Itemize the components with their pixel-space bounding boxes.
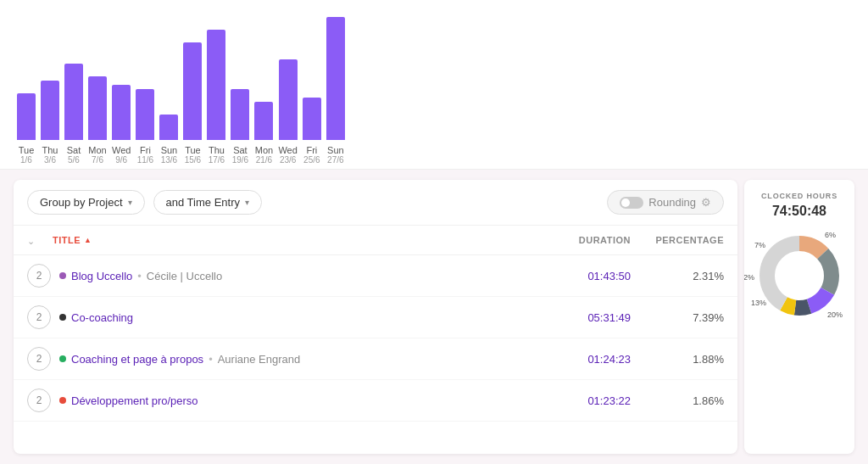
bar-group: Thu3/6 — [41, 81, 59, 165]
bar-group: Sat19/6 — [231, 89, 249, 165]
clocked-hours-label: CLOCKED HOURS — [761, 192, 837, 200]
bar-day: Sat — [67, 145, 81, 155]
bar-day: Wed — [112, 145, 131, 155]
donut-label-20: 20% — [827, 310, 843, 319]
row-duration: 01:24:23 — [529, 353, 631, 366]
separator: • — [137, 270, 142, 282]
sort-icon: ▲ — [84, 236, 92, 244]
time-entry-label: and Time Entry — [166, 196, 240, 209]
bar-day: Thu — [209, 145, 225, 155]
row-duration: 05:31:49 — [529, 311, 631, 324]
bar-day: Tue — [19, 145, 35, 155]
bar-label: Sat5/6 — [67, 145, 81, 165]
toolbar: Group by Project ▾ and Time Entry ▾ Roun… — [14, 180, 737, 226]
bar-date: 1/6 — [20, 155, 32, 165]
row-percentage: 1.88% — [631, 353, 724, 366]
bar-date: 15/6 — [185, 155, 201, 165]
donut-label-12: 12% — [744, 273, 754, 282]
bar-group: Fri25/6 — [303, 98, 321, 165]
project-name: Blog Uccello — [71, 270, 132, 282]
bar-chart: Tue1/6Thu3/6Sat5/6Mon7/6Wed9/6Fri11/6Sun… — [0, 0, 868, 170]
bar-label: Sun27/6 — [327, 145, 344, 165]
table-row[interactable]: 2Coaching et page à propos • Auriane Eng… — [14, 338, 737, 380]
bar-group: Sat5/6 — [64, 64, 83, 165]
table-rows: 2Blog Uccello • Cécile | Uccello01:43:50… — [14, 255, 737, 422]
project-name: Coaching et page à propos — [71, 353, 203, 366]
table-row[interactable]: 2Blog Uccello • Cécile | Uccello01:43:50… — [14, 255, 737, 297]
row-count: 2 — [27, 305, 51, 329]
donut-label-13: 13% — [751, 299, 766, 307]
row-percentage: 1.86% — [631, 394, 724, 407]
bar — [112, 85, 131, 140]
bar-group: Wed23/6 — [278, 59, 297, 165]
project-dot — [59, 355, 66, 362]
client-name: Cécile | Uccello — [147, 270, 222, 282]
col-title-header[interactable]: TITLE ▲ — [53, 235, 529, 245]
bar-date: 9/6 — [115, 155, 127, 165]
bar-label: Mon7/6 — [88, 145, 106, 165]
table-header: ⌄ TITLE ▲ DURATION PERCENTAGE — [14, 226, 737, 255]
bar-label: Mon21/6 — [255, 145, 273, 165]
bar-date: 21/6 — [256, 155, 272, 165]
bar — [159, 115, 178, 140]
bar — [231, 89, 249, 140]
time-entry-chevron-icon: ▾ — [245, 198, 249, 207]
bar-day: Fri — [306, 145, 317, 155]
bar-date: 3/6 — [44, 155, 56, 165]
table-row[interactable]: 2Développement pro/perso01:23:221.86% — [14, 380, 737, 422]
bar — [64, 64, 83, 140]
bar-date: 27/6 — [327, 155, 343, 165]
rounding-button[interactable]: Rounding ⚙ — [607, 190, 724, 215]
client-name: Auriane Engrand — [218, 353, 301, 366]
row-title: Co-coaching — [59, 311, 529, 324]
left-panel: Group by Project ▾ and Time Entry ▾ Roun… — [14, 180, 737, 454]
clocked-time-value: 74:50:48 — [772, 204, 826, 219]
bar-date: 11/6 — [137, 155, 153, 165]
bars-container: Tue1/6Thu3/6Sat5/6Mon7/6Wed9/6Fri11/6Sun… — [17, 17, 851, 168]
bar-date: 25/6 — [303, 155, 320, 165]
col-expand: ⌄ — [27, 232, 53, 248]
row-duration: 01:23:22 — [529, 394, 631, 407]
rounding-toggle-icon — [620, 197, 643, 209]
bar-group: Thu17/6 — [207, 30, 225, 165]
bar — [207, 30, 225, 140]
title-label: TITLE — [53, 235, 81, 245]
row-count: 2 — [27, 347, 51, 371]
bar-label: Thu3/6 — [42, 145, 58, 165]
bar-date: 23/6 — [280, 155, 296, 165]
bar — [326, 17, 345, 140]
separator: • — [209, 353, 213, 366]
row-percentage: 7.39% — [631, 311, 724, 324]
table-row[interactable]: 2Co-coaching05:31:497.39% — [14, 297, 737, 338]
group-by-chevron-icon: ▾ — [128, 198, 132, 207]
row-duration: 01:43:50 — [529, 270, 631, 282]
bar-label: Wed23/6 — [278, 145, 297, 165]
bar — [254, 102, 273, 140]
bar-group: Fri11/6 — [136, 89, 154, 165]
bar-date: 5/6 — [68, 155, 80, 165]
bar-group: Mon21/6 — [254, 102, 273, 165]
donut-label-6: 6% — [825, 231, 836, 239]
row-title: Développement pro/perso — [59, 394, 529, 407]
right-panel: CLOCKED HOURS 74:50:48 6% 7% 12% 13% 20% — [744, 180, 854, 454]
bar-label: Fri11/6 — [137, 145, 153, 165]
bar — [17, 93, 36, 140]
project-dot — [59, 272, 66, 279]
rounding-label: Rounding — [648, 196, 696, 209]
bar — [183, 42, 202, 140]
bar-label: Thu17/6 — [209, 145, 225, 165]
bar-date: 17/6 — [209, 155, 225, 165]
row-title: Blog Uccello • Cécile | Uccello — [59, 270, 529, 282]
bar-day: Sun — [327, 145, 344, 155]
bar-group: Mon7/6 — [88, 76, 107, 165]
col-duration-header[interactable]: DURATION — [529, 235, 631, 245]
bar-date: 7/6 — [92, 155, 103, 165]
col-percentage-header[interactable]: PERCENTAGE — [631, 235, 724, 245]
time-entry-dropdown[interactable]: and Time Entry ▾ — [153, 190, 262, 215]
bar-day: Sun — [161, 145, 178, 155]
bar-day: Mon — [88, 145, 106, 155]
bar — [303, 98, 321, 140]
bar-group: Tue1/6 — [17, 93, 36, 165]
row-percentage: 2.31% — [631, 270, 724, 282]
group-by-project-dropdown[interactable]: Group by Project ▾ — [27, 190, 145, 215]
